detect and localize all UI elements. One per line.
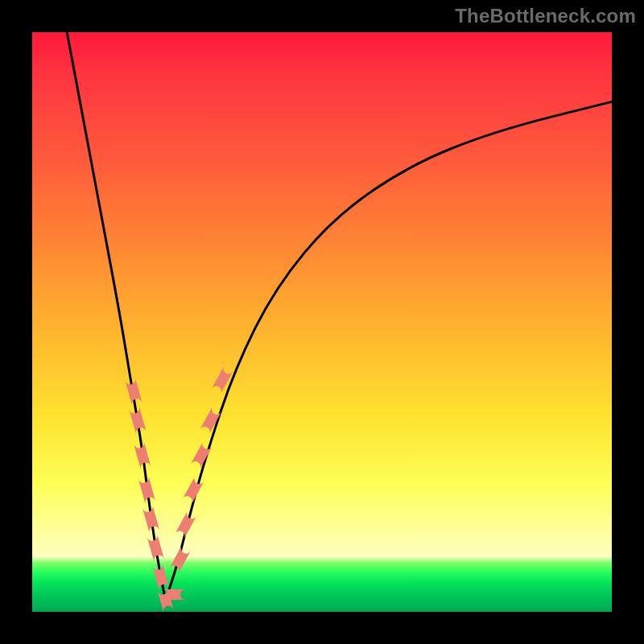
curve-right-branch [166,101,612,600]
bead-marker [169,546,191,573]
bead-marker [212,366,233,394]
bead-group [125,366,233,613]
bead-marker [147,535,164,562]
bead-marker [129,407,146,434]
watermark-text: TheBottleneck.com [455,5,636,27]
bead-marker [183,477,204,504]
outer-frame: TheBottleneck.com [0,0,644,644]
bead-marker [152,564,169,591]
chart-svg [32,32,612,612]
bead-marker [175,511,196,539]
